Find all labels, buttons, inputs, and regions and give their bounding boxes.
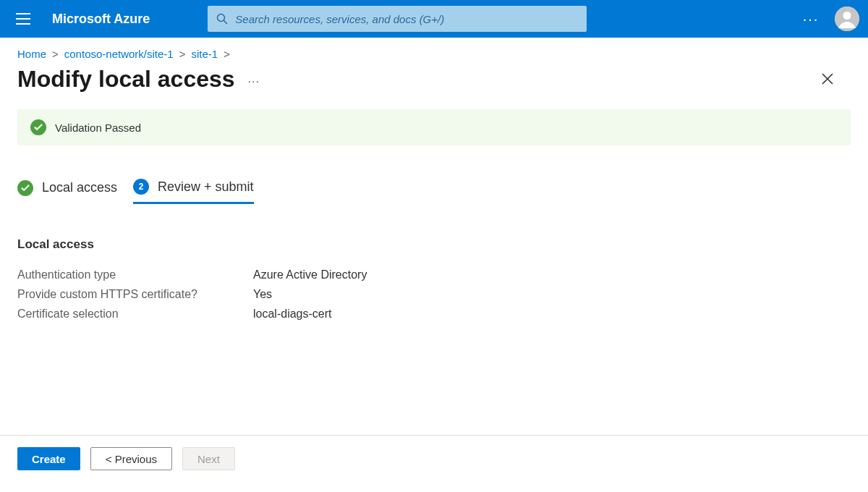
step-number-badge: 2 [133,179,149,195]
svg-line-1 [224,21,228,25]
wizard-steps: Local access 2 Review + submit [17,179,851,204]
section-heading: Local access [17,237,851,252]
step-label: Review + submit [158,179,254,195]
success-check-icon [30,119,46,135]
summary-value: Azure Active Directory [253,265,367,284]
person-icon [835,7,859,31]
step-local-access[interactable]: Local access [17,180,117,203]
summary-row: Authentication type Azure Active Directo… [17,265,851,284]
search-icon [216,13,228,25]
previous-button[interactable]: < Previous [90,447,172,470]
summary-value: local-diags-cert [253,304,331,323]
breadcrumb: Home > contoso-network/site-1 > site-1 > [0,38,868,63]
breadcrumb-sep: > [179,48,186,60]
summary-value: Yes [253,284,272,304]
breadcrumb-site[interactable]: site-1 [191,48,218,60]
hamburger-icon [16,13,30,25]
close-icon [821,72,834,85]
close-blade-button[interactable] [813,64,842,93]
summary-row: Provide custom HTTPS certificate? Yes [17,284,851,304]
step-review-submit[interactable]: 2 Review + submit [133,179,254,204]
search-input[interactable] [235,13,578,25]
breadcrumb-network[interactable]: contoso-network/site-1 [64,48,174,60]
svg-point-3 [843,12,851,20]
summary-label: Certificate selection [17,304,253,323]
step-complete-icon [17,180,33,196]
header-more-button[interactable]: ··· [799,11,823,27]
breadcrumb-home[interactable]: Home [17,48,46,60]
next-button: Next [182,447,235,470]
brand-logo[interactable]: Microsoft Azure [52,12,150,27]
create-button[interactable]: Create [17,447,80,470]
summary-label: Authentication type [17,265,253,284]
hamburger-menu-button[interactable] [9,4,38,33]
svg-point-0 [218,14,225,22]
validation-banner: Validation Passed [17,109,851,145]
global-search[interactable] [208,6,587,32]
breadcrumb-sep: > [52,48,59,60]
title-row: Modify local access ··· [0,63,868,109]
step-label: Local access [42,180,117,195]
blade-content: Validation Passed Local access 2 Review … [0,109,868,324]
validation-text: Validation Passed [55,122,141,134]
page-title: Modify local access [17,66,235,93]
account-avatar[interactable] [835,7,859,31]
summary-row: Certificate selection local-diags-cert [17,304,851,323]
breadcrumb-sep: > [224,48,230,60]
portal-header: Microsoft Azure ··· [0,0,868,38]
page-more-button[interactable]: ··· [248,75,260,88]
summary-label: Provide custom HTTPS certificate? [17,284,253,304]
wizard-footer: Create < Previous Next [0,435,868,492]
